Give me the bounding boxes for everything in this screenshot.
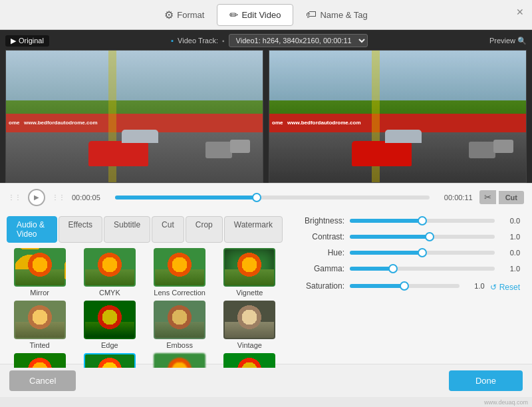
hue-thumb[interactable] [418, 248, 427, 257]
sky-layer [6, 51, 263, 100]
original-video-frame: ome www.bedfordautodrome.com [5, 50, 263, 183]
video-toolbar: ▶ Original ▪ Video Track: ▪ Video1: h264… [5, 34, 527, 47]
filter-item-mirror[interactable]: Mirror [7, 248, 72, 297]
bg-car-1 [205, 142, 232, 158]
preview-badge[interactable]: Preview 🔍 [489, 37, 527, 45]
hue-value: 0.0 [500, 249, 520, 257]
original-video-content: ome www.bedfordautodrome.com [6, 51, 263, 182]
done-button[interactable]: Done [449, 370, 523, 391]
reset-label: Reset [499, 283, 520, 292]
filter-tab-crop[interactable]: Crop [186, 216, 223, 243]
filter-tabs: Audio & Video Effects Subtitle Cut Crop … [7, 216, 283, 243]
filter-label-tinted: Tinted [30, 341, 50, 349]
brightness-slider[interactable] [350, 219, 495, 223]
filter-tab-watermark[interactable]: Watermark [224, 216, 283, 243]
scissors-button[interactable]: ✂ [479, 190, 496, 204]
contrast-thumb[interactable] [425, 232, 434, 241]
filter-item-cmyk[interactable]: CMYK [76, 248, 142, 297]
edit-icon: ✏ [229, 9, 238, 21]
playback-dots-left: ⋮⋮ [8, 194, 21, 201]
car-body [88, 141, 148, 166]
watermark: www.deuaq.com [484, 399, 528, 406]
bg-car-2-edited [493, 140, 513, 153]
seek-thumb[interactable] [252, 193, 261, 202]
play-small-icon: ▶ [11, 37, 16, 45]
filter-item-tinted[interactable]: Tinted [7, 301, 72, 349]
bg-car-2 [230, 140, 250, 153]
filter-item-blur[interactable]: Blur [147, 353, 213, 368]
filter-tab-cut[interactable]: Cut [152, 216, 184, 243]
filter-label-mirror: Mirror [30, 289, 49, 297]
bg-car-1-edited [469, 142, 495, 158]
brightness-value: 0.0 [500, 217, 520, 225]
playback-dots-right: ⋮⋮ [52, 194, 65, 201]
filter-thumb-edge [84, 301, 136, 339]
saturation-row: Saturation: 1.0 ↺ Reset [295, 280, 520, 292]
cut-controls: ✂ Cut [479, 190, 524, 204]
video-previews: ome www.bedfordautodrome.com ome www.bed… [5, 50, 527, 183]
time-end: 00:00:11 [436, 194, 473, 202]
filter-label-vignette: Vignette [236, 289, 263, 297]
brightness-label: Brightness: [295, 216, 344, 225]
saturation-slider[interactable] [350, 284, 460, 288]
tab-name-tag[interactable]: 🏷 Name & Tag [293, 4, 380, 26]
filter-label-cmyk: CMYK [99, 289, 120, 297]
playback-controls: ⋮⋮ ▶ ⋮⋮ 00:00:05 00:00:11 ✂ Cut [0, 183, 532, 211]
video-track-select[interactable]: Video1: h264, 3840x2160, 00:00:11 [229, 34, 368, 47]
filter-thumb-blur [154, 353, 205, 368]
filter-item-painting[interactable]: Painting [7, 353, 72, 368]
gamma-row: Gamma: 1.0 [295, 264, 520, 273]
close-button[interactable]: ✕ [515, 7, 525, 17]
filter-item-emboss[interactable]: Emboss [147, 301, 213, 349]
gamma-thumb[interactable] [388, 264, 398, 273]
preview-icon: 🔍 [517, 37, 527, 45]
brightness-fill [350, 219, 422, 223]
reset-icon: ↺ [490, 283, 497, 292]
play-button[interactable]: ▶ [28, 189, 45, 206]
filter-tab-effects[interactable]: Effects [59, 216, 102, 243]
filter-label-emboss: Emboss [166, 341, 193, 349]
filter-item-edge[interactable]: Edge [76, 301, 142, 349]
scissors-icon: ✂ [484, 192, 491, 202]
filter-label-edge: Edge [101, 341, 118, 349]
gamma-slider[interactable] [350, 267, 495, 271]
filter-tab-subtitle[interactable]: Subtitle [104, 216, 150, 243]
cancel-button[interactable]: Cancel [9, 370, 76, 391]
filters-panel: Audio & Video Effects Subtitle Cut Crop … [7, 216, 283, 358]
contrast-fill [350, 235, 430, 239]
hue-row: Hue: 0.0 [295, 248, 520, 257]
saturation-thumb[interactable] [400, 281, 409, 291]
filter-thumb-cmyk [84, 248, 136, 287]
car-body-edited [352, 141, 412, 166]
filter-tab-audio-video[interactable]: Audio & Video [7, 216, 57, 243]
car-roof [122, 130, 158, 143]
filter-item-technicolor[interactable]: Technicolor [217, 353, 283, 368]
filter-item-sharpen[interactable]: Sharpen [76, 353, 142, 368]
filter-thumb-technicolor [223, 353, 275, 368]
filter-grid: Mirror CMYK Lens Correction Vignette Tin… [7, 248, 283, 368]
reset-button[interactable]: ↺ Reset [490, 283, 520, 292]
filter-thumb-painting [14, 353, 66, 368]
edited-video-content: ome www.bedfordautodrome.com [269, 51, 526, 182]
cut-button[interactable]: Cut [499, 191, 524, 204]
filter-item-vignette[interactable]: Vignette [217, 248, 283, 297]
gamma-fill [350, 267, 393, 271]
brightness-thumb[interactable] [418, 216, 427, 225]
filter-item-lensCorrection[interactable]: Lens Correction [147, 248, 213, 297]
tab-edit-video[interactable]: ✏ Edit Video [217, 4, 293, 26]
adjustments-panel: Brightness: 0.0 Contrast: 1.0 Hue: [289, 216, 525, 358]
filter-label-lensCorrection: Lens Correction [154, 289, 205, 297]
play-icon: ▶ [34, 194, 39, 201]
hue-slider[interactable] [350, 251, 495, 255]
filter-thumb-emboss [154, 301, 205, 339]
contrast-slider[interactable] [350, 235, 495, 239]
saturation-fill [350, 284, 404, 288]
gamma-value: 1.0 [500, 265, 520, 273]
tab-format[interactable]: ⚙ Format [152, 4, 217, 26]
video-track-icon: ▪ [171, 37, 174, 45]
main-panel: Audio & Video Effects Subtitle Cut Crop … [0, 211, 532, 364]
filter-thumb-mirror [14, 248, 66, 287]
filter-item-vintage[interactable]: Vintage [217, 301, 283, 349]
seek-bar[interactable] [115, 196, 430, 200]
main-tabs: ⚙ Format ✏ Edit Video 🏷 Name & Tag [152, 4, 380, 26]
